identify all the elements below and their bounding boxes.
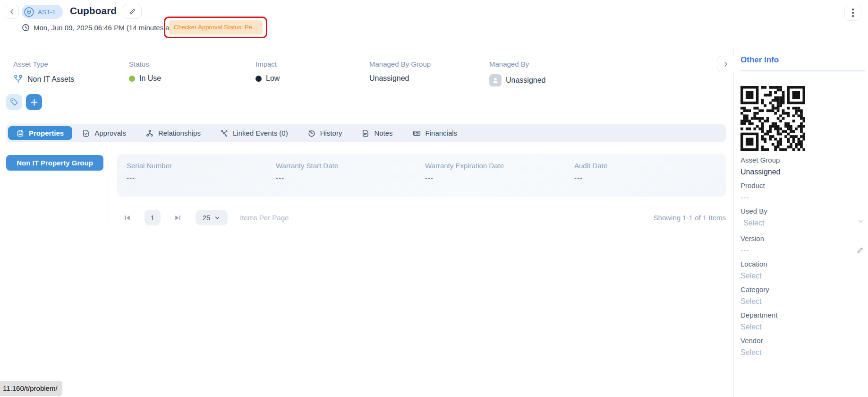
asset-id-label: AST-1: [38, 9, 56, 16]
qr-code-image: [740, 86, 805, 151]
tab-label: History: [320, 129, 342, 137]
sidebar-collapse-button[interactable]: [717, 56, 734, 72]
field-label: Product: [740, 181, 865, 190]
impact-dot-icon: [255, 76, 262, 82]
property-warranty-start: Warranty Start Date ---: [276, 162, 425, 182]
field-label: Department: [740, 311, 865, 319]
nodes-icon: [146, 129, 153, 137]
tab-relationships[interactable]: Relationships: [136, 126, 211, 140]
chevron-down-icon: [858, 218, 864, 224]
field-label: Category: [740, 285, 865, 293]
chevron-right-icon: [723, 61, 729, 68]
non-it-assets-icon: [13, 74, 23, 84]
banknote-icon: [413, 129, 421, 137]
other-info-product: Product ---: [740, 181, 865, 202]
field-label: Impact: [255, 60, 280, 68]
status-dot-icon: [129, 76, 135, 82]
last-page-button[interactable]: [173, 213, 182, 223]
page-size-dropdown[interactable]: 25: [196, 210, 228, 225]
field-value: ---: [740, 193, 865, 202]
field-label: Version: [740, 234, 865, 242]
other-info-asset-group: Asset Group Unassigned: [740, 156, 865, 176]
property-serial-number: Serial Number ---: [127, 162, 276, 182]
tab-label: Financials: [425, 129, 458, 137]
field-value: ---: [740, 246, 865, 255]
approval-status-badge[interactable]: Checker Approval Status: Pe...: [169, 20, 263, 35]
other-info-used-by: Used By Select: [740, 207, 865, 227]
field-managed-by: Managed By Unassigned: [489, 60, 546, 86]
field-managed-by-group: Managed By Group Unassigned: [369, 60, 431, 83]
first-page-button[interactable]: [123, 213, 132, 223]
kebab-menu-icon: [852, 9, 854, 17]
page-size-value: 25: [203, 214, 211, 222]
field-label: Managed By: [489, 60, 546, 68]
tab-history[interactable]: History: [298, 126, 352, 140]
other-info-department: Department Select: [740, 311, 865, 331]
field-label: Vendor: [740, 337, 865, 345]
field-label: Asset Group: [740, 156, 865, 164]
note-icon: [362, 129, 369, 137]
property-value: ---: [127, 174, 276, 182]
file-check-icon: [82, 129, 90, 137]
tab-label: Notes: [374, 129, 392, 137]
tab-label: Relationships: [158, 129, 201, 137]
field-value: Unassigned: [369, 74, 409, 83]
tags-button[interactable]: [6, 94, 22, 110]
field-label: Used By: [740, 207, 865, 215]
other-info-version: Version ---: [740, 234, 865, 255]
other-info-title: Other Info: [740, 55, 779, 65]
used-by-select[interactable]: Select: [740, 219, 865, 227]
property-label: Warranty Expiration Date: [425, 162, 574, 170]
field-value: Non IT Assets: [27, 75, 74, 84]
asset-id-badge[interactable]: AST-1: [22, 5, 63, 19]
location-select[interactable]: Select: [740, 272, 865, 280]
field-label: Asset Type: [13, 60, 74, 68]
clock-icon: [22, 24, 30, 32]
tag-icon: [10, 98, 18, 106]
edit-version-icon[interactable]: [857, 247, 864, 254]
property-label: Serial Number: [127, 162, 276, 170]
current-page-button[interactable]: 1: [145, 210, 161, 225]
more-options-button[interactable]: [844, 5, 861, 21]
other-info-divider: [740, 70, 865, 71]
properties-card: Serial Number --- Warranty Start Date --…: [117, 154, 726, 197]
status-bar-url: 11.160/t/problem/: [0, 381, 62, 396]
clipboard-icon: [17, 129, 24, 137]
tab-label: Linked Events (0): [233, 129, 288, 137]
category-select[interactable]: Select: [740, 297, 865, 306]
tab-financials[interactable]: Financials: [403, 126, 468, 140]
timestamp-text: Mon, Jun 09, 2025 06:46 PM (14 minutes a…: [34, 24, 179, 32]
field-value: Unassigned: [740, 168, 865, 176]
other-info-panel: Other Info Asset Group Unassigned Produc…: [733, 49, 868, 397]
field-value: Unassigned: [506, 76, 546, 85]
field-asset-type: Asset Type Non IT Assets: [13, 60, 74, 84]
property-group-button[interactable]: Non IT Property Group: [6, 155, 103, 171]
field-status: Status In Use: [129, 60, 161, 83]
other-info-vendor: Vendor Select: [740, 337, 865, 357]
tab-approvals[interactable]: Approvals: [72, 126, 136, 140]
edit-title-button[interactable]: [123, 4, 142, 19]
avatar: [489, 74, 502, 86]
department-select[interactable]: Select: [740, 323, 865, 331]
tab-properties[interactable]: Properties: [8, 126, 72, 140]
back-button[interactable]: [5, 5, 19, 19]
tab-linked-events[interactable]: Linked Events (0): [211, 126, 298, 140]
tab-label: Properties: [29, 129, 64, 137]
other-info-category: Category Select: [740, 285, 865, 306]
property-value: ---: [425, 174, 574, 182]
tab-label: Approvals: [94, 129, 126, 137]
other-info-fields: Asset Group Unassigned Product --- Used …: [740, 156, 865, 362]
tab-notes[interactable]: Notes: [352, 126, 402, 140]
add-tag-button[interactable]: [26, 94, 42, 110]
property-value: ---: [574, 174, 723, 182]
asset-detail-page: AST-1 Cupboard Mon, Jun 09, 2025 06:46 P…: [0, 0, 868, 397]
timestamp-row: Mon, Jun 09, 2025 06:46 PM (14 minutes a…: [22, 24, 186, 32]
pencil-icon: [129, 8, 136, 15]
items-per-page-label: Items Per Page: [240, 214, 289, 222]
vendor-select[interactable]: Select: [740, 348, 865, 357]
chevron-down-icon: [214, 215, 221, 221]
pagination-bar: 1 25 Items Per Page Showing 1-1 of 1 Ite…: [117, 210, 726, 225]
other-info-location: Location Select: [740, 260, 865, 280]
history-icon: [308, 129, 315, 137]
field-value: In Use: [139, 74, 161, 83]
